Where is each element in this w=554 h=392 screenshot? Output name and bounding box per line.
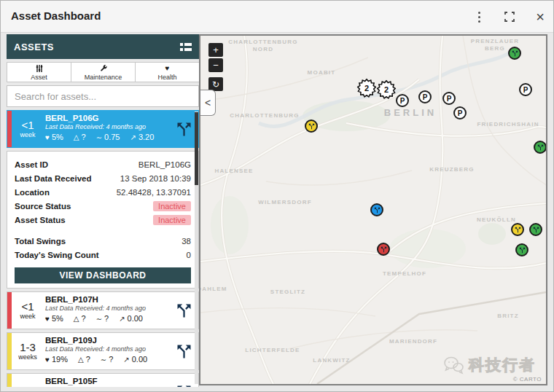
parking-marker[interactable]: P	[396, 94, 409, 107]
asset-age: 1-3 weeks	[12, 333, 44, 369]
detail-label: Asset Status	[15, 216, 66, 224]
asset-card-subtitle: Last Data Received: 4 months ago	[45, 345, 169, 353]
switch-icon	[169, 292, 198, 329]
parking-marker[interactable]: P	[442, 92, 456, 105]
map-attribution: © CARTO	[513, 376, 542, 383]
asset-card-metrics: ♥19% △? ∼? ↗0.00	[45, 355, 169, 364]
tab-asset-label: Asset	[31, 74, 47, 81]
switch-asset-marker[interactable]	[370, 203, 383, 216]
asset-card[interactable]: <1 week BERL_P106G Last Data Received: 4…	[7, 110, 199, 148]
detail-row: Asset Status Inactive	[15, 213, 191, 227]
trend-arrow-icon: ↗	[123, 356, 129, 364]
sidebar-tabs: Asset Maintenance ♥ Health	[7, 62, 199, 82]
asset-card-metrics: ♥5% △? ∼? ↗0.00	[45, 314, 169, 323]
gear-cluster-marker[interactable]: 2	[357, 79, 377, 98]
detail-row: Asset ID BERL_P106G	[15, 157, 191, 171]
assets-panel-header: ASSETS	[7, 34, 199, 59]
stat-value: 0	[187, 251, 191, 259]
asset-status-badge: Inactive	[153, 215, 191, 225]
window-title: Asset Dashboard	[11, 9, 101, 22]
asset-card-subtitle: Last Data Received: 4 months ago	[45, 305, 169, 313]
wrench-icon	[99, 64, 108, 73]
zoom-in-button[interactable]: +	[208, 43, 223, 57]
tab-health-label: Health	[157, 74, 176, 81]
stat-row: Today's Swing Count 0	[15, 248, 191, 262]
asset-card[interactable]: 1-3 weeks BERL_P109J Last Data Received:…	[7, 332, 199, 370]
close-icon[interactable]: ×	[536, 11, 545, 23]
title-bar: Asset Dashboard ×	[1, 1, 553, 33]
trend-arrow-icon: ↗	[119, 315, 125, 323]
detail-row: Location 52.48428, 13.37091	[15, 185, 191, 199]
delta-icon: △	[78, 356, 84, 364]
switch-asset-marker[interactable]	[534, 141, 547, 154]
heart-icon: ♥	[165, 64, 170, 73]
assets-panel-title: ASSETS	[14, 42, 54, 52]
asset-dashboard-window: Asset Dashboard × ASSETS	[0, 0, 554, 392]
assets-sidebar: ASSETS Asset	[7, 34, 199, 387]
parking-marker[interactable]: P	[519, 83, 532, 96]
switch-asset-marker[interactable]	[511, 223, 524, 236]
heart-icon: ♥	[45, 133, 50, 141]
switch-asset-marker[interactable]	[377, 243, 390, 256]
svg-text:2: 2	[384, 85, 389, 94]
tab-asset[interactable]: Asset	[7, 62, 71, 82]
switch-asset-marker[interactable]	[508, 47, 521, 60]
selected-asset-card-slot: <1 week BERL_P106G Last Data Received: 4…	[7, 110, 199, 148]
detail-row: Last Data Received 13 Sep 2018 10:39	[15, 171, 191, 185]
switch-asset-marker[interactable]	[529, 223, 542, 236]
detail-value: 13 Sep 2018 10:39	[120, 174, 191, 183]
zoom-out-button[interactable]: −	[208, 58, 223, 72]
asset-details-panel: Asset ID BERL_P106G Last Data Received 1…	[7, 151, 199, 289]
tab-maintenance-label: Maintenance	[85, 74, 122, 81]
fullscreen-icon[interactable]	[504, 11, 515, 23]
source-status-badge: Inactive	[153, 201, 191, 211]
asset-card-subtitle: Last Data Received: 4 months ago	[45, 386, 169, 387]
list-view-toggle-icon[interactable]	[180, 43, 192, 51]
stat-label: Today's Swing Count	[15, 251, 99, 259]
detail-label: Location	[15, 188, 50, 197]
stat-label: Total Swings	[15, 237, 66, 246]
heart-icon: ♥	[45, 356, 50, 364]
heart-icon: ♥	[45, 315, 50, 323]
detail-label: Asset ID	[15, 160, 48, 169]
asset-card-title: BERL_P107H	[45, 295, 169, 305]
kebab-menu-icon[interactable]	[475, 9, 483, 26]
gear-cluster-marker[interactable]: 2	[377, 80, 397, 100]
tab-health[interactable]: ♥ Health	[135, 62, 199, 82]
asset-age: 1-3	[12, 374, 44, 387]
switch-asset-marker[interactable]	[515, 243, 528, 256]
switch-icon	[169, 374, 198, 387]
tilde-icon: ∼	[101, 356, 106, 364]
asset-card[interactable]: 1-3 BERL_P105F Last Data Received: 4 mon…	[7, 373, 199, 387]
switch-icon	[169, 111, 198, 147]
parking-marker[interactable]: P	[453, 106, 467, 119]
sidebar-scrollbar-thumb[interactable]	[195, 112, 198, 185]
delta-icon: △	[74, 133, 79, 141]
asset-age: <1 week	[12, 111, 44, 147]
detail-row: Source Status Inactive	[15, 199, 191, 213]
tilde-icon: ∼	[96, 133, 102, 141]
parking-marker[interactable]: P	[418, 90, 432, 103]
stat-value: 38	[182, 237, 191, 246]
tilde-icon: ∼	[96, 315, 102, 323]
asset-card-title: BERL_P105F	[45, 377, 169, 386]
sidebar-collapse-button[interactable]: <	[200, 90, 216, 116]
detail-label: Last Data Received	[15, 174, 91, 183]
stat-row: Total Swings 38	[15, 234, 191, 248]
search-input[interactable]	[7, 85, 199, 107]
switch-asset-marker[interactable]	[305, 119, 318, 133]
view-dashboard-button[interactable]: VIEW DASHBOARD	[15, 267, 191, 283]
asset-age: <1 week	[12, 292, 44, 329]
asset-card-list: <1 week BERL_P107H Last Data Received: 4…	[7, 291, 199, 387]
trend-arrow-icon: ↗	[130, 133, 136, 141]
detail-label: Source Status	[15, 202, 71, 211]
asset-card-metrics: ♥5% △? ∼0.75 ↗3.20	[45, 133, 169, 141]
asset-card[interactable]: <1 week BERL_P107H Last Data Received: 4…	[7, 291, 199, 329]
delta-icon: △	[74, 315, 79, 323]
asset-card-subtitle: Last Data Received: 4 months ago	[45, 123, 169, 131]
detail-value: 52.48428, 13.37091	[117, 188, 191, 197]
tab-maintenance[interactable]: Maintenance	[71, 62, 136, 82]
asset-card-title: BERL_P106G	[45, 114, 169, 123]
detail-value: BERL_P106G	[138, 160, 191, 169]
map-canvas[interactable]: CHARLOTTENBURG NORDMOABITCHARLOTTENBURGB…	[199, 34, 547, 385]
